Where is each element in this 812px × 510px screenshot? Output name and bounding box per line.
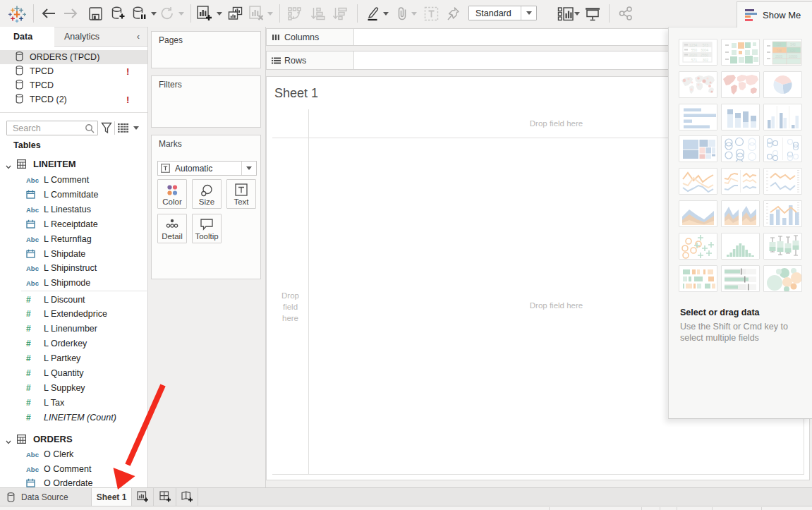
field-item[interactable]: #L Suppkey	[0, 381, 147, 396]
save-button[interactable]	[87, 0, 103, 27]
sort-descending-button[interactable]	[331, 0, 348, 27]
new-story-tab-button[interactable]	[176, 488, 198, 506]
field-item[interactable]: #L Partkey	[0, 351, 147, 366]
marks-color-button[interactable]: Color	[157, 179, 187, 209]
drop-zone-rows[interactable]: Dropfieldhere	[272, 290, 308, 324]
format-workbook-button[interactable]	[394, 0, 411, 27]
clear-sheet-button[interactable]	[248, 0, 265, 27]
show-me-histogram[interactable]	[721, 233, 760, 260]
field-item[interactable]: #L Quantity	[0, 366, 147, 381]
show-me-pie-chart[interactable]	[763, 71, 802, 98]
tab-analytics[interactable]: Analytics	[54, 27, 128, 47]
sort-ascending-button[interactable]	[309, 0, 326, 27]
new-worksheet-caret[interactable]	[215, 0, 224, 27]
mark-type-dropdown[interactable]: Automatic	[157, 161, 257, 176]
field-item[interactable]: AbcL Linestatus	[0, 202, 147, 217]
show-me-dual-combination[interactable]	[763, 200, 802, 227]
show-me-lines-discrete[interactable]	[721, 168, 760, 195]
format-workbook-caret[interactable]	[410, 0, 418, 27]
tab-data[interactable]: Data	[0, 27, 54, 47]
data-source-item[interactable]: ORDERS (TPCD)	[0, 50, 147, 64]
show-me-gantt[interactable]	[679, 265, 717, 292]
show-me-area-discrete[interactable]	[721, 200, 760, 227]
show-hide-cards-button[interactable]	[556, 0, 574, 27]
field-item[interactable]: #LINEITEM (Count)	[0, 411, 147, 425]
search-box[interactable]	[6, 121, 98, 135]
show-me-symbol-map[interactable]	[679, 71, 717, 98]
marks-tooltip-button[interactable]: Tooltip	[192, 214, 222, 243]
show-me-bullet-graph[interactable]	[721, 265, 760, 292]
chevron-down-icon[interactable]	[6, 162, 11, 171]
show-me-horizontal-bars[interactable]	[679, 104, 717, 130]
show-me-dual-lines[interactable]	[763, 168, 802, 195]
show-me-packed-bubbles[interactable]	[763, 265, 802, 292]
presentation-mode-button[interactable]	[584, 0, 601, 27]
show-hide-cards-caret[interactable]	[573, 0, 581, 27]
run-auto-updates-button[interactable]	[159, 0, 176, 27]
data-source-item[interactable]: TPCD	[0, 78, 147, 92]
redo-button[interactable]	[62, 0, 79, 27]
show-me-treemap[interactable]	[679, 135, 717, 162]
show-me-circle-views[interactable]	[721, 135, 760, 162]
show-me-filled-map[interactable]	[721, 71, 760, 98]
show-me-text-table[interactable]: 1234573550300420202550571302	[679, 39, 717, 66]
new-data-source-button[interactable]	[110, 0, 127, 27]
field-item[interactable]: AbcO Comment	[0, 462, 147, 477]
clear-sheet-caret[interactable]	[266, 0, 274, 27]
tab-sheet-1[interactable]: Sheet 1	[92, 488, 132, 506]
pause-auto-updates-caret[interactable]	[150, 0, 158, 27]
fit-selector[interactable]: Standard	[468, 6, 537, 20]
pause-auto-updates-button[interactable]	[131, 0, 148, 27]
table-group-header[interactable]: LINEITEM	[0, 157, 147, 171]
field-item[interactable]: #L Tax	[0, 396, 147, 411]
chevron-down-icon[interactable]	[6, 437, 11, 447]
duplicate-sheet-button[interactable]	[226, 0, 243, 27]
undo-button[interactable]	[40, 0, 57, 27]
highlight-button[interactable]	[364, 0, 381, 27]
show-me-box-and-whisker[interactable]	[763, 233, 802, 260]
view-options-caret[interactable]	[133, 126, 139, 130]
search-input[interactable]	[13, 123, 83, 134]
new-dashboard-tab-button[interactable]	[154, 488, 176, 506]
marks-size-button[interactable]: Size	[192, 179, 222, 209]
filter-fields-icon[interactable]	[101, 122, 112, 134]
pages-shelf[interactable]: Pages	[151, 31, 261, 68]
show-me-stacked-bars[interactable]	[721, 104, 760, 130]
marks-detail-button[interactable]: Detail	[157, 214, 187, 243]
show-me-heat-map[interactable]	[721, 39, 760, 66]
field-item[interactable]: L Shipdate	[0, 247, 147, 262]
new-worksheet-tab-button[interactable]	[132, 488, 154, 506]
tab-data-source[interactable]: Data Source	[0, 488, 92, 506]
field-item[interactable]: L Receiptdate	[0, 217, 147, 232]
show-me-side-by-side-bars[interactable]	[763, 104, 802, 130]
field-item[interactable]: AbcL Returnflag	[0, 232, 147, 247]
field-item[interactable]: #L Extendedprice	[0, 307, 147, 322]
data-source-item[interactable]: TPCD (2)!	[0, 92, 147, 107]
highlight-caret[interactable]	[382, 0, 390, 27]
field-item[interactable]: AbcL Comment	[0, 173, 147, 188]
share-workbook-button[interactable]	[617, 0, 634, 27]
data-source-item[interactable]: TPCD!	[0, 64, 147, 78]
swap-rows-columns-button[interactable]	[286, 0, 303, 27]
fit-selector-caret[interactable]	[521, 6, 536, 20]
field-item[interactable]: AbcL Shipinstruct	[0, 261, 147, 276]
field-item[interactable]: #L Orderkey	[0, 336, 147, 351]
show-me-area-continuous[interactable]	[679, 200, 717, 227]
field-item[interactable]: AbcO Clerk	[0, 447, 147, 462]
field-item[interactable]: #L Discount	[0, 293, 147, 308]
show-me-side-by-side-circles[interactable]	[763, 135, 802, 162]
show-me-highlight-table[interactable]: 123540748620250310930	[763, 39, 802, 66]
show-me-lines-continuous[interactable]	[679, 168, 717, 195]
new-worksheet-button[interactable]	[196, 0, 213, 27]
show-me-scatter-plot[interactable]	[679, 233, 717, 260]
fix-axes-button[interactable]	[444, 0, 461, 27]
filters-shelf[interactable]: Filters	[151, 75, 261, 128]
show-me-button[interactable]: Show Me	[737, 1, 812, 28]
view-options-icon[interactable]	[118, 123, 128, 133]
field-item[interactable]: #L Linenumber	[0, 322, 147, 336]
run-auto-updates-caret[interactable]	[177, 0, 186, 27]
show-mark-labels-button[interactable]	[423, 0, 440, 27]
tableau-logo-icon[interactable]	[7, 0, 27, 27]
marks-card[interactable]: Marks Automatic Color Size Text Detail T…	[151, 135, 261, 279]
collapse-pane-icon[interactable]: ‹	[133, 31, 143, 42]
